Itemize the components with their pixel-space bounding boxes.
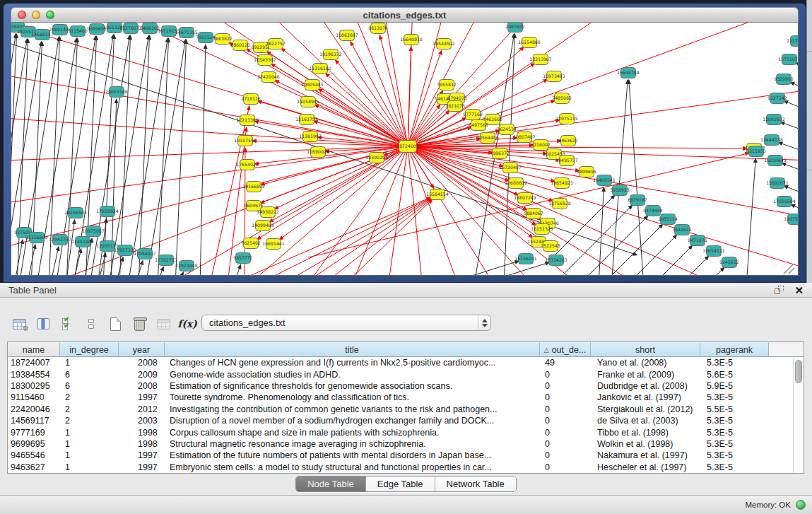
table-cell[interactable]: 6 — [60, 381, 119, 391]
network-edge[interactable] — [158, 38, 169, 275]
table-row[interactable]: 1830029562008Estimation of significance … — [8, 380, 804, 392]
column-header-in_degree[interactable]: in_degree — [60, 342, 119, 356]
network-edge[interactable] — [563, 205, 632, 274]
network-node[interactable]: 6216007 — [531, 140, 551, 151]
table-cell[interactable]: 18724007 — [8, 358, 60, 368]
table-cell[interactable]: 22420046 — [8, 404, 60, 414]
network-edge[interactable] — [796, 63, 799, 81]
table-cell[interactable]: 5.9E-5 — [700, 381, 769, 391]
network-node[interactable]: 12161752 — [295, 115, 318, 125]
table-cell[interactable]: 5.3E-5 — [700, 462, 769, 472]
table-cell[interactable]: 9465546 — [8, 450, 60, 460]
network-node[interactable]: 15751074 — [778, 54, 799, 65]
table-cell[interactable]: 1997 — [119, 450, 165, 460]
network-node[interactable]: 18107550 — [234, 136, 257, 146]
column-header-pagerank[interactable]: pagerank — [700, 342, 769, 356]
network-node[interactable]: 9884067 — [524, 209, 543, 219]
network-node[interactable]: 9474444 — [643, 206, 663, 216]
network-node[interactable]: 15692071 — [766, 178, 789, 189]
network-node[interactable]: 10862697 — [336, 30, 358, 41]
table-cell[interactable]: 5.3E-5 — [700, 358, 769, 368]
tab-edge-table[interactable]: Edge Table — [366, 477, 435, 491]
table-cell[interactable]: 0 — [540, 462, 591, 472]
network-node[interactable]: 9245652 — [719, 257, 739, 268]
network-node[interactable]: 2822757 — [266, 39, 286, 49]
network-node[interactable]: 8860128 — [230, 40, 250, 51]
table-cell[interactable]: 19384554 — [8, 370, 60, 380]
tab-node-table[interactable]: Node Table — [296, 477, 366, 491]
network-node[interactable]: 8215953 — [746, 146, 766, 157]
scrollbar-thumb[interactable] — [795, 360, 802, 383]
table-cell[interactable]: 9115460 — [8, 392, 60, 402]
network-edge[interactable] — [408, 146, 799, 275]
network-node[interactable]: 1621073 — [445, 101, 465, 112]
table-cell[interactable]: Changes of HCN gene expression and I(f) … — [165, 358, 540, 368]
network-node[interactable]: 20053346 — [105, 87, 128, 98]
network-view[interactable]: 1938455424055724145691172069140691154609… — [11, 23, 799, 276]
network-node[interactable]: 16543382 — [254, 55, 276, 66]
network-edge[interactable] — [640, 256, 709, 275]
network-edge[interactable] — [408, 146, 799, 275]
network-node[interactable]: 7625402 — [241, 238, 261, 249]
table-cell[interactable]: 5.3E-5 — [700, 416, 769, 426]
table-cell[interactable]: Wolkin et al. (1998) — [591, 439, 700, 449]
table-cell[interactable]: 5.3E-5 — [700, 428, 769, 438]
table-cell[interactable]: Hescheler et al. (1997) — [591, 462, 700, 472]
table-cell[interactable]: 0 — [540, 381, 591, 391]
network-node[interactable]: 9227342 — [767, 93, 787, 104]
network-node[interactable]: 7663822 — [213, 34, 233, 45]
network-node[interactable]: 7955812 — [437, 80, 457, 90]
network-edge[interactable] — [489, 262, 549, 275]
network-node[interactable]: 17654022 — [236, 160, 259, 170]
network-node[interactable]: 10196372 — [319, 49, 342, 60]
table-cell[interactable]: 9777169 — [8, 428, 60, 438]
column-header-out_de[interactable]: △out_de... — [540, 342, 591, 356]
network-edge[interactable] — [270, 199, 432, 275]
table-cell[interactable]: 2008 — [119, 381, 165, 391]
network-node[interactable]: 2718126 — [241, 94, 261, 105]
table-cell[interactable]: de Silva et al. (2003) — [591, 416, 700, 426]
new-column-icon[interactable] — [103, 315, 127, 333]
network-edge[interactable] — [408, 146, 799, 275]
memory-ok-icon[interactable] — [796, 500, 806, 510]
select-rows-icon[interactable]: ✔✔ — [55, 315, 79, 333]
table-cell[interactable]: 2 — [60, 416, 119, 426]
network-edge[interactable] — [233, 264, 241, 275]
network-node[interactable]: 10905485 — [301, 80, 324, 90]
network-node[interactable]: 2522543 — [541, 241, 560, 252]
table-cell[interactable]: 1997 — [119, 392, 165, 402]
table-row[interactable]: 946554611997Estimation of the future num… — [8, 450, 804, 461]
table-cell[interactable]: 14569117 — [8, 416, 60, 426]
table-row[interactable]: 2242004622012Investigating the contribut… — [8, 404, 804, 415]
table-cell[interactable]: Estimation of significance thresholds fo… — [165, 381, 540, 391]
network-edge[interactable] — [27, 245, 35, 275]
table-cell[interactable]: 1 — [60, 358, 119, 368]
network-node[interactable]: 10975887 — [82, 226, 105, 237]
network-node[interactable]: 16409541 — [593, 175, 616, 186]
network-node[interactable]: 12213967 — [529, 54, 552, 65]
network-node[interactable]: 16154808 — [518, 37, 541, 48]
column-header-title[interactable]: title — [165, 342, 540, 356]
table-cell[interactable]: 9699695 — [8, 439, 60, 449]
network-node[interactable]: 15720407 — [499, 163, 522, 173]
table-cell[interactable]: 1 — [60, 428, 119, 438]
network-edge[interactable] — [275, 80, 408, 146]
network-edge[interactable] — [50, 247, 59, 275]
table-cell[interactable]: 1998 — [119, 428, 165, 438]
network-edge[interactable] — [408, 146, 799, 275]
table-cell[interactable]: 6 — [60, 370, 119, 380]
network-edge[interactable] — [408, 146, 799, 275]
network-node[interactable]: 9777169 — [463, 110, 483, 120]
table-cell[interactable]: 5.3E-5 — [700, 439, 769, 449]
network-edge[interactable] — [655, 267, 724, 275]
row-height-icon[interactable] — [79, 315, 103, 333]
network-edge[interactable] — [156, 267, 163, 275]
table-cell[interactable]: 0 — [540, 428, 591, 438]
table-cell[interactable]: 2 — [60, 404, 119, 414]
network-edge[interactable] — [746, 158, 755, 275]
network-node[interactable]: 11675335 — [784, 214, 799, 225]
table-cell[interactable]: 2012 — [119, 404, 165, 414]
network-edge[interactable] — [135, 261, 143, 275]
table-row[interactable]: 946362711997Embryonic stem cells: a mode… — [8, 462, 804, 473]
table-settings-icon[interactable]: ⚙ — [7, 315, 31, 333]
